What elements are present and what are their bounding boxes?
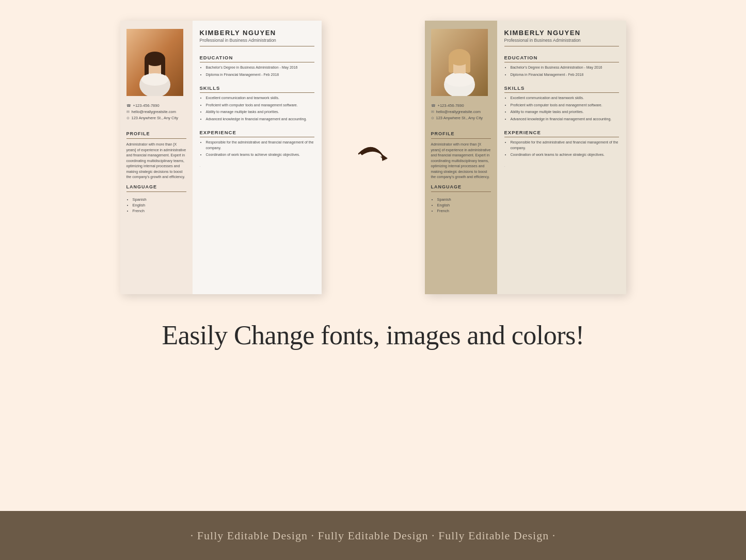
profile-title-2: PROFILE [431,131,491,136]
resume-2-name: KIMBERLY NGUYEN [504,29,619,37]
skills-title-1: SKILLS [200,85,314,91]
education-title-2: EDUCATION [504,55,619,60]
experience-divider-1 [200,137,314,137]
resume-1-left-column: ☎ +123-456-7890 ✉ hello@reallygreatsite.… [120,21,193,294]
list-item: Coordination of work teams to achieve st… [206,152,314,158]
skills-divider-1 [200,92,314,93]
phone-icon: ☎ [126,104,131,108]
svg-rect-15 [449,57,453,73]
location-icon-2: ⊙ [431,116,434,120]
experience-list-2: Responsible for the administrative and f… [504,140,619,159]
address-item-2: ⊙ 123 Anywhere St., Any City [431,116,491,120]
resume-card-2: ☎ +123-456-7890 ✉ hello@reallygreatsite.… [425,21,626,294]
list-item: French [133,209,186,213]
resume-2-left-column: ☎ +123-456-7890 ✉ hello@reallygreatsite.… [425,21,497,294]
education-divider-1 [200,62,314,62]
location-icon: ⊙ [126,116,130,120]
svg-point-18 [445,73,474,87]
tagline: Easily Change fonts, images and colors! [162,315,584,356]
skills-title-2: SKILLS [504,85,619,91]
phone-item-2: ☎ +123-456-7890 [431,103,491,108]
phone-item: ☎ +123-456-7890 [126,103,186,108]
language-list-2: Spanish English French [431,197,491,214]
skills-list-1: Excellent communication and teamwork ski… [200,95,314,123]
language-list-1: Spanish English French [126,197,186,214]
resume-1-contact: ☎ +123-456-7890 ✉ hello@reallygreatsite.… [126,103,186,122]
skills-list-2: Excellent communication and teamwork ski… [504,95,619,123]
resume-2-photo [431,29,488,96]
resume-card-1: ☎ +123-456-7890 ✉ hello@reallygreatsite.… [120,21,322,294]
list-item: Responsible for the administrative and f… [206,140,314,151]
footer-banner: · Fully Editable Design · Fully Editable… [0,511,746,560]
list-item: English [133,203,186,207]
list-item: English [437,203,491,207]
svg-point-8 [141,73,168,86]
main-content: ☎ +123-456-7890 ✉ hello@reallygreatsite.… [0,0,746,465]
experience-list-1: Responsible for the administrative and f… [200,140,314,159]
list-item: Proficient with computer tools and manag… [511,103,619,108]
education-list-1: Bachelor's Degree in Business Administra… [200,65,314,79]
language-divider-1 [126,191,186,192]
list-item: Responsible for the administrative and f… [511,140,619,151]
page-marker-1: . [200,164,314,168]
profile-text-2: Administrator with more than [X years] o… [431,142,491,180]
email-item: ✉ hello@reallygreatsite.com [126,109,186,114]
address-item: ⊙ 123 Anywhere St., Any City [126,116,186,120]
list-item: Proficient with computer tools and manag… [206,103,314,108]
resume-1-photo [126,29,183,96]
list-item: Excellent communication and teamwork ski… [206,95,314,101]
list-item: Advanced knowledge in financial manageme… [511,117,619,122]
email-icon-2: ✉ [431,110,434,114]
svg-rect-16 [466,57,470,73]
list-item: Spanish [133,197,186,202]
list-item: Bachelor's Degree in Business Administra… [206,65,314,71]
resume-2-title: Professional in Business Administration [504,38,619,46]
experience-title-1: EXPERIENCE [200,130,314,135]
skills-divider-2 [504,92,619,93]
list-item: Diploma in Financial Management - Feb 20… [511,72,619,78]
email-icon: ✉ [126,110,130,114]
transformation-arrow [355,142,391,173]
education-divider-2 [504,62,619,62]
language-title-1: LANGUAGE [126,184,186,189]
resume-1-name: KIMBERLY NGUYEN [200,29,314,37]
language-divider-2 [431,191,491,192]
list-item: Coordination of work teams to achieve st… [511,152,619,158]
language-title-2: LANGUAGE [431,184,491,189]
experience-divider-2 [504,137,619,137]
list-item: Bachelor's Degree in Business Administra… [511,65,619,71]
arrow-container [353,142,394,173]
list-item: Advanced knowledge in financial manageme… [206,117,314,122]
footer-text: · Fully Editable Design · Fully Editable… [191,529,555,542]
resume-1-right-column: KIMBERLY NGUYEN Professional in Business… [193,21,322,294]
resume-1-title: Professional in Business Administration [200,38,314,46]
profile-divider-1 [126,138,186,139]
list-item: Spanish [437,197,491,202]
phone-icon-2: ☎ [431,104,436,108]
profile-divider-2 [431,138,491,139]
list-item: Diploma in Financial Management - Feb 20… [206,72,314,78]
page-marker-2: . [504,164,619,168]
profile-text-1: Administrator with more than [X years] o… [126,142,186,180]
profile-title-1: PROFILE [126,131,186,136]
education-list-2: Bachelor's Degree in Business Administra… [504,65,619,79]
list-item: Excellent communication and teamwork ski… [511,95,619,101]
list-item: Ability to manage multiple tasks and pri… [206,109,314,115]
resume-2-contact: ☎ +123-456-7890 ✉ hello@reallygreatsite.… [431,103,491,122]
education-title-1: EDUCATION [200,55,314,60]
resume-2-right-column: KIMBERLY NGUYEN Professional in Business… [497,21,626,294]
experience-title-2: EXPERIENCE [504,130,619,135]
list-item: Ability to manage multiple tasks and pri… [511,109,619,115]
resumes-row: ☎ +123-456-7890 ✉ hello@reallygreatsite.… [120,21,626,294]
list-item: French [437,209,491,213]
email-item-2: ✉ hello@reallygreatsite.com [431,109,491,114]
